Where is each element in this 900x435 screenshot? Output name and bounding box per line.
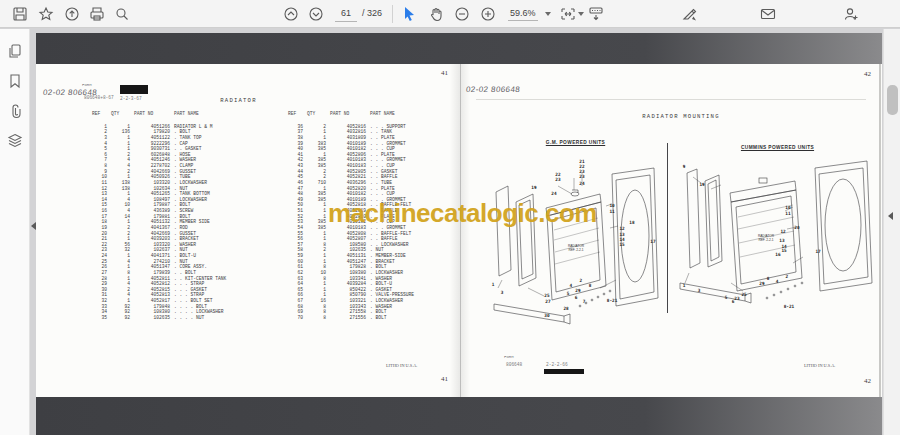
pdf-viewer-toolbar: / 326 59.6% xyxy=(0,0,900,28)
callout-number: 25 xyxy=(741,292,746,297)
table-header-row: REFQTYPART NOPART NAME xyxy=(288,111,474,117)
page-number-bottom: 42 xyxy=(864,377,871,385)
callout-number: 23 xyxy=(555,176,560,181)
page-down-icon[interactable] xyxy=(308,6,324,22)
diagram-gm-powered-units: G.M. POWERED UNITS RADIATOR REF. 2-2-1 2… xyxy=(488,128,663,343)
select-cursor-icon[interactable] xyxy=(402,6,418,22)
right-pane-toggle-icon[interactable] xyxy=(888,212,893,220)
hand-tool-icon[interactable] xyxy=(428,6,444,22)
page-number-top: 41 xyxy=(441,69,448,77)
page-number-top: 42 xyxy=(864,70,871,78)
callout-number: 15 xyxy=(781,248,786,253)
callout-number: 9 xyxy=(683,164,686,169)
callout-number: 2 xyxy=(580,278,583,283)
callout-number: 20 xyxy=(794,225,799,230)
bookmarks-icon[interactable] xyxy=(7,73,23,89)
vertical-scrollbar-thumb[interactable] xyxy=(887,85,898,115)
callout-number: 15 xyxy=(619,242,624,247)
document-spread: 41 02-02 806648 FORM 806648+8-67 2-2-3-6… xyxy=(36,33,882,435)
callout-number: 7 xyxy=(583,299,586,304)
callout-number: 12 xyxy=(780,229,785,234)
zoom-level-label[interactable]: 59.6% xyxy=(508,8,538,21)
page-number-input[interactable] xyxy=(335,5,357,22)
page-thumbnails-icon[interactable] xyxy=(7,43,23,59)
callout-number: 24 xyxy=(551,190,556,195)
scan-dark-edge-top xyxy=(36,33,882,64)
pencil-annotation: 02-02 806648 xyxy=(466,85,521,94)
share-person-icon[interactable] xyxy=(843,6,859,22)
callout-number: 18 xyxy=(629,219,634,224)
scan-artifact-line xyxy=(476,99,866,100)
cummins-callouts-layer: 91910112012131415161713248292523568-21 xyxy=(675,133,880,333)
table-row: 3592102635. . . . NUT xyxy=(92,315,278,321)
page-total-label: / 326 xyxy=(362,8,382,18)
callout-number: 11 xyxy=(785,211,790,216)
callout-number: 2 xyxy=(786,274,789,279)
print-icon[interactable] xyxy=(89,6,105,22)
fill-and-sign-icon[interactable] xyxy=(682,6,698,22)
vertical-scrollbar-track[interactable] xyxy=(883,29,900,435)
zoom-dropdown-caret[interactable] xyxy=(545,12,551,16)
callout-number: 1 xyxy=(492,282,495,287)
callout-number: 8-21 xyxy=(784,304,795,309)
callout-number: 4 xyxy=(776,279,779,284)
callout-number: 19 xyxy=(531,184,536,189)
hide-toolbar-icon[interactable] xyxy=(588,6,604,22)
parts-table-column-left: REFQTYPART NOPART NAME114051266RADIATOR … xyxy=(92,111,278,321)
callout-number: 29 xyxy=(759,281,764,286)
page-up-icon[interactable] xyxy=(283,6,299,22)
callout-number: 19 xyxy=(699,182,704,187)
date-code: 2-2-3-67 xyxy=(120,96,142,101)
table-header-row: REFQTYPART NOPART NAME xyxy=(92,111,278,117)
callout-number: 6 xyxy=(732,299,735,304)
redaction-bar xyxy=(544,369,584,374)
star-favorite-icon[interactable] xyxy=(38,6,54,22)
page-fit-caret[interactable] xyxy=(578,12,584,16)
callout-number: 10 xyxy=(609,202,614,207)
diagram-cummins-powered-units: CUMMINS POWERED UNITS RADIATOR REF. 2-2-… xyxy=(675,133,880,333)
callout-number: 17 xyxy=(650,239,655,244)
zoom-in-icon[interactable] xyxy=(480,6,496,22)
toolbar-divider xyxy=(392,5,393,23)
share-upload-icon[interactable] xyxy=(64,6,80,22)
diagram-divider-line xyxy=(667,143,668,313)
callout-number: 13 xyxy=(779,238,784,243)
callout-number: 6 xyxy=(575,294,578,299)
litho-note: LITHO IN U.S.A. xyxy=(804,363,835,368)
navigation-pane-sidebar xyxy=(0,29,30,435)
callout-number: 8-21 xyxy=(607,298,618,303)
callout-number: 8 xyxy=(589,282,592,287)
callout-number: 4 xyxy=(570,282,573,287)
page-fit-icon[interactable] xyxy=(560,6,576,22)
callout-number: 28 xyxy=(563,305,568,310)
page-title-radiator: RADIATOR xyxy=(156,97,321,104)
save-icon[interactable] xyxy=(12,6,28,22)
page-title-radiator-mounting: RADIATOR MOUNTING xyxy=(566,113,796,120)
callout-number: 12 xyxy=(619,225,624,230)
redaction-bar xyxy=(120,85,148,94)
date-code: 2-2-2-66 xyxy=(546,362,568,367)
litho-note: LITHO IN U.S.A. xyxy=(386,363,417,368)
callout-number: 30 xyxy=(544,313,549,318)
callout-number: 5 xyxy=(567,290,570,295)
callout-number: 3 xyxy=(698,288,701,293)
callout-number: 1 xyxy=(683,283,686,288)
scan-dark-edge-bottom xyxy=(36,397,882,435)
page-number-bottom: 41 xyxy=(441,375,448,383)
find-icon[interactable] xyxy=(114,6,130,22)
callout-number: 27 xyxy=(545,299,550,304)
left-pane-toggle-icon[interactable] xyxy=(31,222,36,230)
callout-number: 3 xyxy=(501,290,504,295)
callout-number: 24 xyxy=(579,181,584,186)
form-label: FORM xyxy=(504,355,514,359)
send-email-icon[interactable] xyxy=(760,6,776,22)
form-label: FORM xyxy=(82,83,92,87)
form-number: 806648 xyxy=(506,362,522,367)
zoom-out-icon[interactable] xyxy=(454,6,470,22)
callout-number: 23 xyxy=(579,173,584,178)
form-number: 806648+8-67 xyxy=(84,95,114,100)
callout-number: 10 xyxy=(785,205,790,210)
attachments-icon[interactable] xyxy=(7,103,23,119)
callout-number: 29 xyxy=(575,287,580,292)
layers-icon[interactable] xyxy=(7,132,23,148)
